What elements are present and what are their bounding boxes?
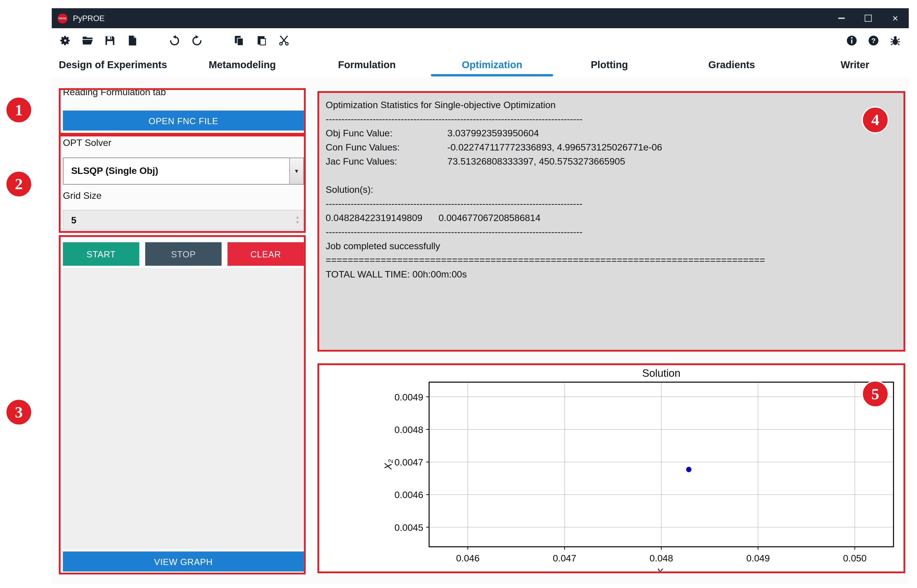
console-blank-line bbox=[326, 169, 904, 183]
tab-label: Gradients bbox=[709, 59, 755, 71]
active-tab-underline bbox=[431, 74, 553, 76]
console-line: Solution(s): bbox=[326, 183, 904, 197]
opt-solver-select[interactable]: SLSQP (Single Obj) ▼ bbox=[63, 158, 304, 185]
console-line: Optimization Statistics for Single-objec… bbox=[326, 98, 904, 112]
solution-plot-panel: Solution 0.0460.0470.0480.0490.0500.0045… bbox=[319, 365, 904, 572]
tab-label: Design of Experiments bbox=[59, 59, 167, 71]
window-title: PyPROE bbox=[73, 14, 105, 23]
grid-size-value: 5 bbox=[71, 215, 295, 225]
svg-text:0.048: 0.048 bbox=[650, 553, 673, 563]
reading-formulation-label: Reading Formulation tab bbox=[63, 87, 166, 98]
svg-text:0.050: 0.050 bbox=[843, 553, 867, 563]
solution-plot: 0.0460.0470.0480.0490.0500.00450.00460.0… bbox=[319, 365, 904, 572]
svg-text:X₂: X₂ bbox=[383, 459, 394, 470]
run-controls: START STOP CLEAR bbox=[63, 242, 304, 266]
minimize-icon bbox=[838, 18, 844, 19]
solution-value: 0.004677067208586814 bbox=[438, 213, 540, 223]
view-graph-button[interactable]: VIEW GRAPH bbox=[63, 551, 304, 572]
stat-label: Jac Func Values: bbox=[326, 155, 447, 169]
output-console[interactable]: Optimization Statistics for Single-objec… bbox=[319, 93, 904, 350]
console-line: Con Func Values:-0.022747117772336893, 4… bbox=[326, 141, 904, 155]
undo-icon[interactable] bbox=[168, 34, 181, 47]
console-line: 0.048284223191498090.004677067208586814 bbox=[326, 211, 904, 225]
close-button[interactable]: × bbox=[882, 8, 909, 28]
opt-solver-value: SLSQP (Single Obj) bbox=[71, 166, 289, 176]
pyproe-window: PROE PyPROE × bbox=[52, 8, 909, 585]
svg-text:0.0048: 0.0048 bbox=[394, 424, 423, 435]
app-logo-icon: PROE bbox=[58, 13, 68, 23]
minimize-button[interactable] bbox=[828, 8, 854, 28]
start-button[interactable]: START bbox=[63, 242, 139, 266]
console-line: Obj Func Value:3.0379923593950604 bbox=[326, 126, 904, 141]
stop-button[interactable]: STOP bbox=[145, 242, 221, 266]
stat-label: Con Func Values: bbox=[326, 141, 447, 155]
redo-icon[interactable] bbox=[191, 34, 203, 47]
svg-text:0.047: 0.047 bbox=[553, 553, 576, 563]
tab-label: Plotting bbox=[591, 59, 628, 71]
svg-text:0.046: 0.046 bbox=[456, 553, 479, 563]
svg-text:X₁: X₁ bbox=[656, 567, 666, 572]
settings-gear-icon[interactable] bbox=[59, 34, 72, 47]
tab-label: Optimization bbox=[462, 59, 522, 71]
svg-text:0.0049: 0.0049 bbox=[394, 392, 423, 402]
grid-size-input[interactable]: 5 ▲ ▼ bbox=[63, 210, 304, 230]
tab-label: Writer bbox=[841, 59, 869, 71]
tab-metamodeling[interactable]: Metamodeling bbox=[208, 53, 276, 78]
spin-down-icon[interactable]: ▼ bbox=[295, 221, 300, 225]
left-empty-canvas bbox=[63, 268, 304, 549]
debug-bug-icon[interactable] bbox=[889, 34, 902, 47]
tab-writer[interactable]: Writer bbox=[841, 53, 869, 78]
open-folder-icon[interactable] bbox=[81, 34, 94, 47]
svg-text:0.049: 0.049 bbox=[746, 553, 770, 563]
annotation-badge-4: 4 bbox=[862, 107, 889, 134]
maximize-button[interactable] bbox=[854, 8, 881, 28]
new-file-icon[interactable] bbox=[126, 34, 139, 47]
copy-icon[interactable] bbox=[233, 34, 245, 47]
chevron-down-icon[interactable]: ▼ bbox=[289, 158, 303, 184]
stat-value: 73.51326808333397, 450.5753273665905 bbox=[447, 157, 625, 166]
console-divider: ----------------------------------------… bbox=[326, 112, 904, 126]
cut-scissors-icon[interactable] bbox=[278, 34, 291, 47]
svg-text:0.0047: 0.0047 bbox=[394, 457, 423, 467]
console-divider: ----------------------------------------… bbox=[326, 225, 904, 239]
svg-text:0.0045: 0.0045 bbox=[394, 522, 423, 533]
title-bar[interactable]: PROE PyPROE × bbox=[52, 8, 909, 28]
screenshot-root: PROE PyPROE × bbox=[0, 0, 917, 588]
annotation-badge-2: 2 bbox=[5, 171, 32, 198]
annotation-badge-5: 5 bbox=[862, 380, 889, 407]
console-line: TOTAL WALL TIME: 00h:00m:00s bbox=[326, 267, 904, 281]
grid-size-label: Grid Size bbox=[63, 191, 102, 201]
tab-optimization[interactable]: Optimization bbox=[431, 53, 553, 78]
annotation-badge-1: 1 bbox=[5, 96, 32, 123]
console-line: Job completed successfully bbox=[326, 239, 904, 253]
stat-value: 3.0379923593950604 bbox=[447, 128, 539, 138]
annotation-badge-3: 3 bbox=[5, 399, 32, 426]
stat-label: Obj Func Value: bbox=[326, 126, 447, 141]
spin-up-icon[interactable]: ▲ bbox=[295, 215, 300, 220]
tab-design-of-experiments[interactable]: Design of Experiments bbox=[59, 53, 167, 78]
info-icon[interactable] bbox=[845, 34, 858, 47]
tab-gradients[interactable]: Gradients bbox=[709, 53, 755, 78]
opt-solver-label: OPT Solver bbox=[63, 137, 111, 148]
console-line: Jac Func Values:73.51326808333397, 450.5… bbox=[326, 155, 904, 169]
help-icon[interactable]: ? bbox=[867, 34, 880, 47]
tab-plotting[interactable]: Plotting bbox=[591, 53, 628, 78]
toolbar: ? bbox=[52, 28, 909, 53]
svg-text:0.0046: 0.0046 bbox=[394, 489, 423, 500]
svg-text:?: ? bbox=[871, 37, 876, 45]
tab-formulation[interactable]: Formulation bbox=[338, 53, 396, 78]
tab-label: Metamodeling bbox=[208, 59, 276, 71]
solution-value: 0.04828422319149809 bbox=[326, 211, 439, 225]
console-divider: ----------------------------------------… bbox=[326, 197, 904, 211]
save-icon[interactable] bbox=[103, 34, 116, 47]
tab-bar: Design of Experiments Metamodeling Formu… bbox=[52, 53, 909, 78]
clear-button[interactable]: CLEAR bbox=[228, 242, 304, 266]
console-divider: ========================================… bbox=[326, 253, 904, 267]
paste-icon[interactable] bbox=[255, 34, 268, 47]
tab-label: Formulation bbox=[338, 59, 396, 71]
stat-value: -0.022747117772336893, 4.996573125026771… bbox=[447, 142, 662, 152]
close-icon: × bbox=[892, 13, 898, 23]
open-fnc-file-button[interactable]: OPEN FNC FILE bbox=[63, 110, 304, 131]
maximize-icon bbox=[865, 15, 872, 21]
